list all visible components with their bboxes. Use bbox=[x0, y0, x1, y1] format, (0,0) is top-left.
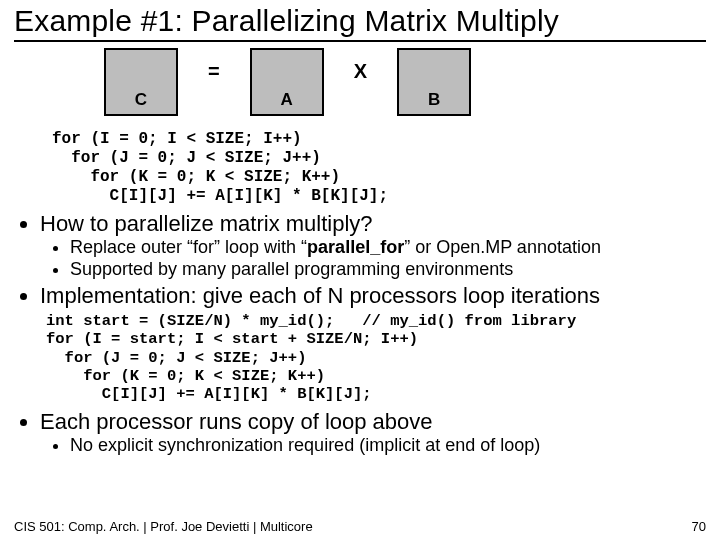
sub-replace-a: Replace outer “for” loop with “ bbox=[70, 237, 307, 257]
matrix-c-label: C bbox=[135, 90, 147, 110]
equals-op: = bbox=[178, 60, 250, 83]
matrix-b-label: B bbox=[428, 90, 440, 110]
sub-supported: Supported by many parallel programming e… bbox=[70, 259, 706, 280]
bullet-parallelize-text: How to parallelize matrix multiply? bbox=[40, 211, 373, 236]
matrix-a-label: A bbox=[281, 90, 293, 110]
footer-left: CIS 501: Comp. Arch. | Prof. Joe Deviett… bbox=[14, 519, 313, 534]
matrix-a: A bbox=[250, 48, 324, 116]
title-rule bbox=[14, 40, 706, 42]
matrix-diagram: C = A X B bbox=[104, 48, 706, 126]
code-block-serial: for (I = 0; I < SIZE; I++) for (J = 0; J… bbox=[52, 130, 706, 206]
bullet-implementation-text: Implementation: give each of N processor… bbox=[40, 283, 600, 308]
sub-no-sync: No explicit synchronization required (im… bbox=[70, 435, 706, 456]
matrix-b: B bbox=[397, 48, 471, 116]
bullet-each-proc-text: Each processor runs copy of loop above bbox=[40, 409, 433, 434]
slide-title: Example #1: Parallelizing Matrix Multipl… bbox=[14, 4, 706, 38]
code-block-parallel: int start = (SIZE/N) * my_id(); // my_id… bbox=[46, 312, 706, 403]
parallel-for-keyword: parallel_for bbox=[307, 237, 404, 257]
bullet-parallelize: How to parallelize matrix multiply? Repl… bbox=[40, 212, 706, 280]
sub-replace: Replace outer “for” loop with “parallel_… bbox=[70, 237, 706, 258]
bullet-each-proc-sub: No explicit synchronization required (im… bbox=[48, 435, 706, 456]
bullet-each-proc: Each processor runs copy of loop above N… bbox=[40, 410, 706, 456]
sub-replace-b: ” or Open.MP annotation bbox=[404, 237, 601, 257]
page-number: 70 bbox=[692, 519, 706, 534]
matrix-c: C bbox=[104, 48, 178, 116]
bullet-implementation: Implementation: give each of N processor… bbox=[40, 284, 706, 404]
bullet-parallelize-sub: Replace outer “for” loop with “parallel_… bbox=[48, 237, 706, 279]
footer: CIS 501: Comp. Arch. | Prof. Joe Deviett… bbox=[14, 519, 706, 534]
bullet-list: How to parallelize matrix multiply? Repl… bbox=[26, 212, 706, 456]
times-op: X bbox=[324, 60, 397, 83]
